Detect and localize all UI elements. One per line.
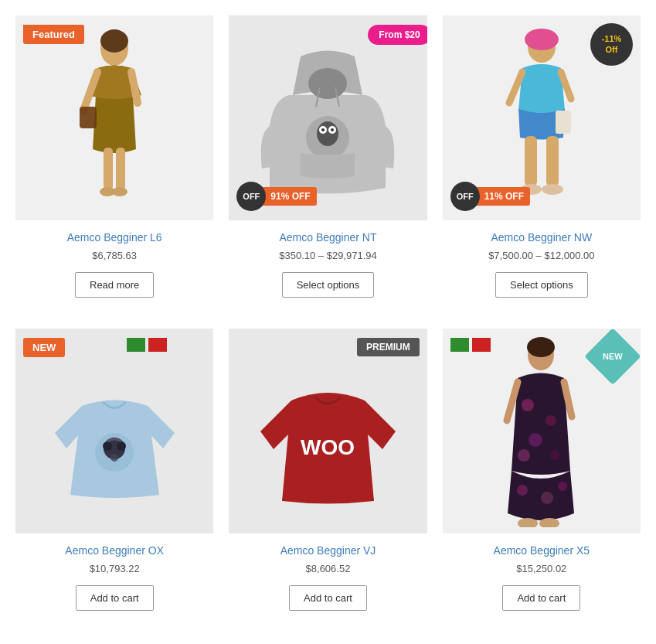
off-label-3: 11% OFF	[475, 187, 530, 206]
svg-point-1	[100, 29, 128, 53]
select-options-button-3[interactable]: Select options	[495, 272, 588, 298]
product-card-3: -11%Off OFF 11% OFF	[443, 15, 641, 313]
add-to-cart-button-6[interactable]: Add to cart	[502, 585, 580, 611]
product-name-4: Aemco Begginer OX	[15, 544, 213, 557]
product-image-wrapper-4: NEW	[15, 329, 213, 533]
off-circle-2: OFF	[236, 182, 266, 211]
svg-point-17	[525, 29, 559, 50]
svg-rect-18	[525, 136, 537, 186]
product-card-6: NEW	[443, 329, 641, 626]
svg-point-27	[110, 454, 118, 462]
flag-red-6	[472, 338, 491, 352]
svg-point-6	[112, 187, 127, 196]
svg-rect-20	[556, 111, 571, 134]
badge-percent-3: -11%Off	[590, 23, 633, 66]
product-name-5: Aemco Begginer VJ	[229, 544, 427, 557]
off-circle-3: OFF	[450, 182, 480, 211]
badge-from-2: From $20	[368, 25, 427, 45]
svg-point-34	[550, 451, 559, 460]
svg-point-12	[321, 128, 325, 131]
product-price-5: $8,606.52	[229, 563, 427, 574]
product-price-1: $6,785.63	[15, 250, 213, 261]
product-name-2: Aemco Begginer NT	[229, 231, 427, 244]
off-badge-3: OFF 11% OFF	[450, 182, 530, 211]
badge-percent-label-3: -11%Off	[602, 34, 622, 54]
svg-point-37	[541, 492, 553, 504]
badge-new-teal-6: NEW	[584, 329, 641, 385]
svg-point-33	[529, 433, 542, 447]
svg-point-13	[331, 128, 334, 131]
svg-point-25	[103, 441, 112, 451]
product-grid: Featured	[15, 15, 641, 626]
product-image-wrapper-2: From $20 OFF 91% OFF	[229, 15, 427, 220]
product-info-2: Aemco Begginer NT $350.10 – $29,971.94 S…	[229, 231, 427, 298]
badge-new-4: NEW	[23, 338, 65, 357]
read-more-button-1[interactable]: Read more	[75, 272, 154, 298]
svg-rect-3	[116, 148, 125, 190]
add-to-cart-button-5[interactable]: Add to cart	[289, 585, 367, 611]
product-name-1: Aemco Begginer L6	[15, 231, 213, 244]
product-card-4: NEW Aemco Begginer	[15, 329, 213, 626]
svg-point-9	[317, 121, 338, 146]
product-image-wrapper-3: -11%Off OFF 11% OFF	[443, 15, 641, 220]
product-image-2	[258, 33, 397, 203]
svg-point-30	[527, 337, 555, 357]
badge-premium-5: PREMIUM	[357, 338, 420, 356]
svg-point-26	[117, 441, 126, 451]
off-label-2: 91% OFF	[261, 187, 316, 206]
product-image-wrapper-1: Featured	[15, 15, 213, 220]
off-badge-2: OFF 91% OFF	[236, 182, 316, 211]
product-price-4: $10,793.22	[15, 563, 213, 574]
product-name-6: Aemco Begginer X5	[443, 544, 641, 557]
product-card-5: PREMIUM WOO Aemco Begginer VJ $8,606.52 …	[229, 329, 427, 626]
svg-point-22	[542, 184, 563, 195]
product-image-5: WOO	[257, 358, 399, 505]
product-info-1: Aemco Begginer L6 $6,785.63 Read more	[15, 231, 213, 298]
badge-featured-1: Featured	[23, 25, 84, 44]
flags-4	[127, 338, 167, 352]
product-image-wrapper-6: NEW	[443, 329, 641, 533]
product-image-1	[76, 26, 153, 211]
svg-rect-19	[546, 136, 559, 186]
svg-rect-2	[104, 148, 113, 190]
product-card-2: From $20 OFF 91% OFF	[229, 15, 427, 313]
badge-new-teal-label-6: NEW	[603, 352, 623, 361]
svg-text:WOO: WOO	[301, 435, 355, 459]
svg-rect-4	[80, 107, 97, 128]
product-name-3: Aemco Begginer NW	[443, 231, 641, 244]
flag-red-4	[148, 338, 167, 352]
product-info-5: Aemco Begginer VJ $8,606.52 Add to cart	[229, 544, 427, 611]
svg-point-31	[522, 399, 534, 411]
product-price-6: $15,250.02	[443, 563, 641, 574]
svg-point-35	[518, 449, 530, 462]
select-options-button-2[interactable]: Select options	[282, 272, 375, 298]
product-card-1: Featured	[15, 15, 213, 313]
flags-6	[450, 338, 491, 352]
product-image-wrapper-5: PREMIUM WOO	[229, 329, 427, 533]
product-image-4	[47, 363, 182, 499]
product-price-3: $7,500.00 – $12,000.00	[443, 250, 641, 261]
flag-green-4	[127, 338, 145, 352]
product-info-4: Aemco Begginer OX $10,793.22 Add to cart	[15, 544, 213, 611]
flag-green-6	[450, 338, 469, 352]
svg-point-38	[558, 482, 567, 491]
svg-point-36	[517, 485, 528, 496]
product-price-2: $350.10 – $29,971.94	[229, 250, 427, 261]
product-info-6: Aemco Begginer X5 $15,250.02 Add to cart	[443, 544, 641, 611]
product-info-3: Aemco Begginer NW $7,500.00 – $12,000.00…	[443, 231, 641, 298]
product-image-6	[501, 336, 582, 527]
svg-point-7	[308, 68, 347, 99]
add-to-cart-button-4[interactable]: Add to cart	[76, 585, 154, 611]
svg-point-32	[546, 415, 556, 426]
